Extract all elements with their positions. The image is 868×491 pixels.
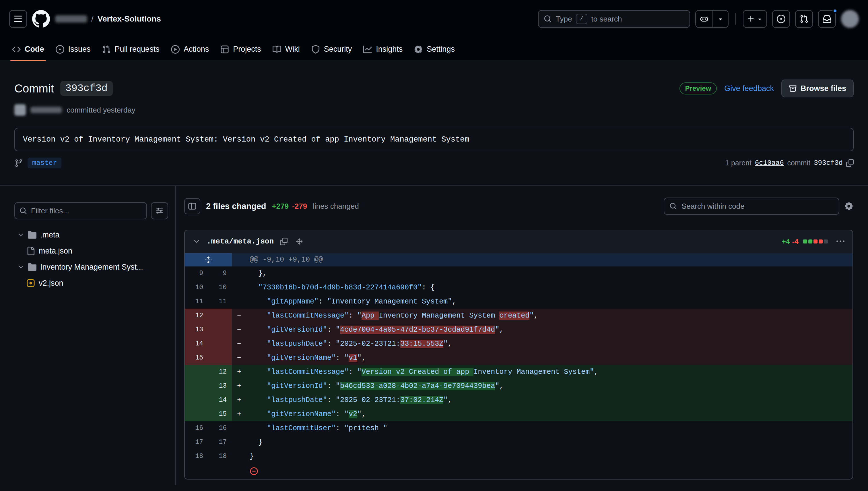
author-avatar[interactable] xyxy=(14,104,26,116)
play-icon xyxy=(171,45,180,54)
parent-sha-link[interactable]: 6c10aa6 xyxy=(755,159,784,167)
old-line-number[interactable]: 17 xyxy=(185,435,208,450)
pull-requests-dashboard-button[interactable] xyxy=(795,10,813,28)
tab-pull-requests[interactable]: Pull requests xyxy=(96,38,165,61)
new-line-number[interactable]: 15 xyxy=(208,407,232,421)
new-line-number[interactable] xyxy=(208,309,232,323)
diff-file-header: .meta/meta.json +4 -4 xyxy=(185,230,852,253)
tree-file-meta-json[interactable]: meta.json xyxy=(14,243,168,259)
give-feedback-link[interactable]: Give feedback xyxy=(724,84,774,93)
committed-time-text: committed yesterday xyxy=(67,106,135,115)
gear-icon xyxy=(844,202,853,210)
new-line-number[interactable]: 13 xyxy=(208,379,232,393)
new-line-number[interactable]: 18 xyxy=(208,450,232,463)
old-line-number[interactable] xyxy=(185,379,208,393)
code-line: "gitAppName": "Inventory Management Syst… xyxy=(232,295,852,309)
old-line-number[interactable]: 16 xyxy=(185,421,208,435)
chevron-down-icon xyxy=(757,16,763,22)
file-tree-toggle-button[interactable] xyxy=(184,198,200,214)
tab-wiki[interactable]: Wiki xyxy=(267,38,306,61)
issues-dashboard-button[interactable] xyxy=(772,10,790,28)
global-search[interactable]: Type / to search xyxy=(538,10,690,28)
old-line-number[interactable]: 14 xyxy=(185,337,208,351)
diff-row: 12+ "lastCommitMessage": "Version v2 Cre… xyxy=(185,365,852,379)
file-filter-button[interactable] xyxy=(151,202,168,220)
hamburger-button[interactable] xyxy=(9,10,27,28)
issue-opened-icon xyxy=(777,15,785,23)
diffstat-block-deleted xyxy=(813,239,817,243)
new-line-number[interactable]: 10 xyxy=(208,281,232,295)
old-line-number[interactable]: 9 xyxy=(185,266,208,281)
tab-label: Insights xyxy=(376,45,403,54)
diff-row: 15− "gitVersionName": "v1", xyxy=(185,351,852,365)
file-tree-sidebar: .meta meta.json Inventory Management Sys… xyxy=(0,186,176,485)
old-line-number[interactable] xyxy=(185,407,208,421)
repo-name-link[interactable]: Vertex-Solutions xyxy=(98,15,161,24)
collapse-file-button[interactable] xyxy=(191,236,202,247)
new-line-number[interactable]: 14 xyxy=(208,393,232,407)
diffstat-block-deleted xyxy=(819,239,823,243)
new-line-number[interactable]: 16 xyxy=(208,421,232,435)
copilot-icon xyxy=(700,15,709,23)
hamburger-icon xyxy=(14,15,22,23)
total-additions: +279 xyxy=(272,202,289,211)
old-line-number[interactable]: 13 xyxy=(185,323,208,337)
file-options-button[interactable] xyxy=(835,236,846,247)
shield-icon xyxy=(311,45,320,54)
full-commit-sha: 393cf3d xyxy=(814,159,843,167)
old-line-number[interactable] xyxy=(185,393,208,407)
create-new-button[interactable] xyxy=(743,10,767,28)
search-within-code-input[interactable] xyxy=(664,198,839,215)
old-line-number[interactable] xyxy=(185,365,208,379)
tab-actions[interactable]: Actions xyxy=(165,38,215,61)
github-logo[interactable] xyxy=(32,10,50,28)
tab-projects[interactable]: Projects xyxy=(215,38,267,61)
copilot-menu-segment[interactable] xyxy=(713,11,728,27)
copilot-segment[interactable] xyxy=(696,11,712,27)
new-line-number[interactable]: 12 xyxy=(208,365,232,379)
workspace: .meta meta.json Inventory Management Sys… xyxy=(0,185,868,485)
parents-label: 1 parent xyxy=(725,159,751,167)
commit-message-box: Version v2 of Inventory Management Syste… xyxy=(14,128,854,151)
move-file-handle[interactable] xyxy=(294,236,305,247)
redacted-owner-name[interactable] xyxy=(55,15,87,23)
search-placeholder-suffix: to search xyxy=(591,15,622,24)
tab-label: Projects xyxy=(233,45,261,54)
folder-icon xyxy=(28,231,36,239)
old-line-number[interactable]: 18 xyxy=(185,450,208,463)
diff-file-name[interactable]: .meta/meta.json xyxy=(207,237,274,246)
tab-settings[interactable]: Settings xyxy=(408,38,461,61)
branch-chip[interactable]: master xyxy=(28,157,61,168)
no-newline-icon xyxy=(250,467,258,475)
browse-files-button[interactable]: Browse files xyxy=(781,80,854,97)
copy-sha-button[interactable] xyxy=(846,160,854,167)
tab-security[interactable]: Security xyxy=(306,38,358,61)
copilot-button[interactable] xyxy=(695,10,728,28)
old-line-number[interactable]: 15 xyxy=(185,351,208,365)
old-line-number[interactable]: 12 xyxy=(185,309,208,323)
diff-settings-button[interactable] xyxy=(844,202,853,210)
tree-folder-inventory[interactable]: Inventory Management Syst... xyxy=(14,259,168,275)
file-modified-icon xyxy=(26,279,35,287)
tree-file-v2-json[interactable]: v2.json xyxy=(14,275,168,291)
old-line-number[interactable]: 11 xyxy=(185,295,208,309)
diff-row: 14− "lastpushDate": "2025-02-23T21:33:15… xyxy=(185,337,852,351)
diff-row: 15+ "gitVersionName": "v2", xyxy=(185,407,852,421)
tab-insights[interactable]: Insights xyxy=(358,38,408,61)
new-line-number[interactable] xyxy=(208,351,232,365)
tree-folder-meta[interactable]: .meta xyxy=(14,227,168,243)
new-line-number[interactable]: 11 xyxy=(208,295,232,309)
tab-issues[interactable]: Issues xyxy=(50,38,96,61)
diff-row: 1010 "7330b16b-b70d-4d9b-b83d-227414a690… xyxy=(185,281,852,295)
old-line-number[interactable]: 10 xyxy=(185,281,208,295)
user-avatar[interactable] xyxy=(841,10,859,28)
new-line-number[interactable]: 17 xyxy=(208,435,232,450)
new-line-number[interactable]: 9 xyxy=(208,266,232,281)
filter-files-input[interactable] xyxy=(14,202,147,220)
redacted-author-name[interactable] xyxy=(30,107,62,113)
tab-code[interactable]: Code xyxy=(6,38,50,61)
new-line-number[interactable] xyxy=(208,337,232,351)
expand-hunk-button[interactable] xyxy=(185,253,232,266)
copy-path-button[interactable] xyxy=(278,236,289,247)
new-line-number[interactable] xyxy=(208,323,232,337)
